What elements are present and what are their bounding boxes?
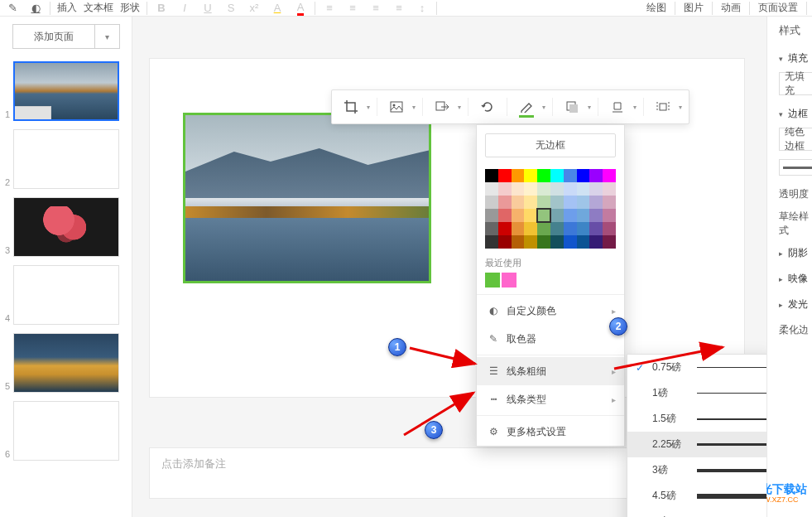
- bold-button[interactable]: B: [154, 1, 169, 16]
- color-swatch[interactable]: [550, 222, 564, 235]
- eyedropper-item[interactable]: ✎ 取色器: [477, 325, 624, 353]
- color-swatch[interactable]: [603, 182, 616, 196]
- align-center-icon[interactable]: ≡: [392, 1, 406, 16]
- color-swatch[interactable]: [564, 222, 577, 235]
- add-page-dropdown[interactable]: ▾: [95, 24, 120, 49]
- align-dropdown[interactable]: ▾: [633, 104, 637, 111]
- color-swatch[interactable]: [485, 169, 498, 182]
- color-swatch[interactable]: [524, 182, 537, 196]
- add-page-button[interactable]: 添加页面: [12, 24, 95, 49]
- menu-animation[interactable]: 动画: [721, 1, 741, 15]
- color-swatch[interactable]: [524, 222, 537, 235]
- color-swatch[interactable]: [485, 222, 498, 235]
- rotate-button[interactable]: [475, 94, 500, 119]
- menu-page-setup[interactable]: 页面设置: [758, 1, 798, 15]
- color-swatch[interactable]: [524, 235, 537, 249]
- slide-thumb-2[interactable]: 2: [3, 129, 128, 189]
- border-color-button[interactable]: [514, 94, 539, 119]
- color-swatch[interactable]: [537, 196, 550, 209]
- color-swatch[interactable]: [498, 182, 512, 196]
- slide-thumb-4[interactable]: 4: [3, 265, 128, 325]
- color-swatch[interactable]: [589, 209, 603, 222]
- shadow-button[interactable]: [560, 94, 584, 119]
- menu-image[interactable]: 图片: [684, 1, 704, 15]
- reflection-section-header[interactable]: ▸映像: [779, 272, 812, 286]
- menu-insert[interactable]: 插入: [57, 1, 77, 15]
- color-swatch[interactable]: [537, 182, 550, 196]
- color-swatch[interactable]: [603, 235, 616, 249]
- recent-color-swatch[interactable]: [485, 273, 500, 287]
- border-type-select[interactable]: 纯色边框: [779, 128, 812, 151]
- line-weight-option[interactable]: 1.5磅: [627, 406, 766, 432]
- border-section-header[interactable]: ▾边框: [779, 107, 812, 121]
- color-swatch[interactable]: [577, 209, 590, 222]
- image-fill-dropdown[interactable]: ▾: [412, 104, 416, 111]
- color-swatch[interactable]: [589, 222, 603, 235]
- wrap-button[interactable]: [651, 94, 675, 119]
- slide-thumb-1[interactable]: 1: [3, 61, 128, 121]
- replace-image-dropdown[interactable]: ▾: [458, 104, 461, 111]
- align-left-icon[interactable]: ≡: [368, 1, 383, 16]
- color-swatch[interactable]: [550, 235, 564, 249]
- underline-button[interactable]: U: [200, 1, 215, 16]
- color-swatch[interactable]: [485, 182, 498, 196]
- line-type-item[interactable]: ┅ 线条类型: [477, 385, 624, 413]
- color-swatch[interactable]: [577, 169, 590, 182]
- color-swatch[interactable]: [550, 182, 564, 196]
- clear-format-icon[interactable]: ◐: [28, 1, 43, 16]
- menu-draw[interactable]: 绘图: [646, 1, 666, 15]
- color-swatch[interactable]: [512, 182, 525, 196]
- slide-thumb-3[interactable]: 3: [3, 197, 128, 257]
- color-swatch[interactable]: [524, 209, 537, 222]
- color-swatch[interactable]: [550, 209, 564, 222]
- color-swatch[interactable]: [577, 182, 590, 196]
- format-painter-icon[interactable]: ✎: [5, 1, 20, 16]
- shadow-dropdown[interactable]: ▾: [588, 104, 591, 111]
- recent-color-swatch[interactable]: [502, 273, 517, 287]
- line-weight-option[interactable]: 6磅: [627, 509, 766, 517]
- color-swatch[interactable]: [577, 222, 590, 235]
- color-swatch[interactable]: [498, 209, 512, 222]
- glow-section-header[interactable]: ▸发光: [779, 297, 812, 312]
- color-swatch[interactable]: [485, 235, 498, 249]
- color-swatch[interactable]: [537, 235, 550, 249]
- crop-button[interactable]: [339, 94, 363, 119]
- menu-shape[interactable]: 形状: [120, 1, 140, 15]
- font-color-button[interactable]: A: [270, 1, 285, 16]
- line-weight-option[interactable]: 4.5磅: [627, 483, 766, 509]
- line-spacing-icon[interactable]: ↕: [415, 1, 430, 16]
- menu-textbox[interactable]: 文本框: [84, 1, 113, 15]
- crop-dropdown[interactable]: ▾: [367, 104, 370, 111]
- color-swatch[interactable]: [564, 169, 577, 182]
- color-swatch[interactable]: [603, 196, 616, 209]
- align-button[interactable]: [605, 94, 630, 119]
- line-weight-option[interactable]: 2.25磅: [627, 432, 766, 457]
- color-swatch[interactable]: [577, 235, 590, 249]
- color-swatch[interactable]: [603, 169, 616, 182]
- color-swatch[interactable]: [550, 196, 564, 209]
- color-swatch[interactable]: [550, 169, 564, 182]
- color-swatch[interactable]: [537, 169, 550, 182]
- line-weight-option[interactable]: 3磅: [627, 457, 766, 483]
- line-weight-item[interactable]: ☰ 线条粗细: [477, 357, 624, 385]
- superscript-button[interactable]: x²: [247, 1, 262, 16]
- shadow-section-header[interactable]: ▸阴影: [779, 246, 812, 260]
- color-swatch[interactable]: [564, 196, 577, 209]
- strike-button[interactable]: S: [223, 1, 238, 16]
- color-swatch[interactable]: [564, 182, 577, 196]
- custom-color-item[interactable]: ◐ 自定义颜色: [477, 297, 624, 325]
- color-swatch[interactable]: [524, 169, 537, 182]
- color-swatch[interactable]: [524, 196, 537, 209]
- color-swatch[interactable]: [512, 235, 525, 249]
- color-swatch[interactable]: [589, 235, 603, 249]
- color-swatch[interactable]: [512, 196, 525, 209]
- color-swatch[interactable]: [485, 209, 498, 222]
- color-swatch[interactable]: [603, 209, 616, 222]
- color-swatch[interactable]: [512, 169, 525, 182]
- highlight-button[interactable]: A: [293, 1, 308, 16]
- color-swatch[interactable]: [498, 235, 512, 249]
- color-swatch[interactable]: [512, 222, 525, 235]
- italic-button[interactable]: I: [177, 1, 192, 16]
- slide-thumb-6[interactable]: 6: [3, 401, 128, 461]
- line-weight-option[interactable]: 1磅: [627, 380, 766, 406]
